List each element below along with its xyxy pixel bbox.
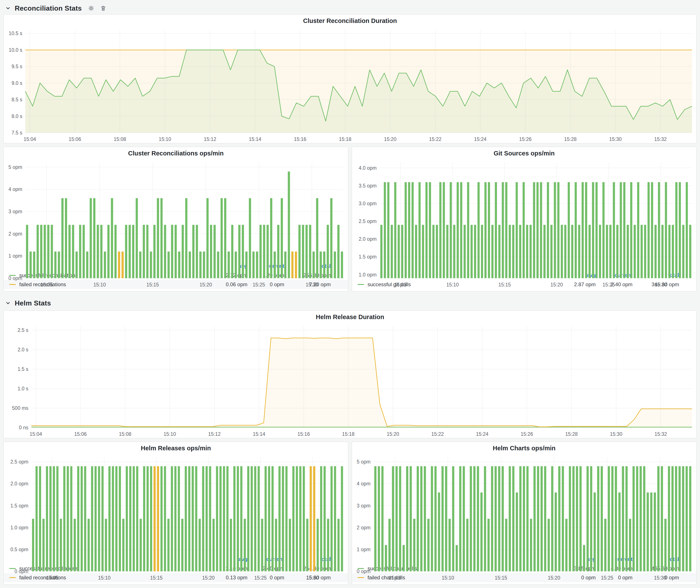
svg-text:15:10: 15:10 bbox=[442, 575, 454, 581]
svg-text:15:14: 15:14 bbox=[253, 431, 265, 437]
panel-title[interactable]: Git Sources ops/min bbox=[352, 147, 696, 160]
svg-text:15:12: 15:12 bbox=[208, 431, 221, 437]
chart-svg[interactable]: 15:0515:1015:1515:2015:2515:305 opm4 opm… bbox=[352, 454, 696, 582]
chart-svg[interactable]: 15:0515:1015:1515:2015:2515:304.0 opm3.5… bbox=[352, 160, 696, 289]
chevron-down-icon[interactable] bbox=[5, 300, 11, 306]
svg-text:15:06: 15:06 bbox=[69, 136, 81, 142]
svg-text:15:30: 15:30 bbox=[609, 136, 622, 142]
svg-text:15:25: 15:25 bbox=[602, 282, 615, 288]
svg-text:3 opm: 3 opm bbox=[357, 503, 371, 509]
helm-releases-chart[interactable]: 15:0515:1015:1515:2015:2515:302.5 opm2.0… bbox=[4, 454, 348, 554]
svg-text:15:05: 15:05 bbox=[46, 575, 58, 581]
svg-text:10.0 s: 10.0 s bbox=[9, 47, 22, 53]
svg-text:9.5 s: 9.5 s bbox=[11, 64, 22, 69]
svg-text:4 opm: 4 opm bbox=[357, 481, 371, 486]
svg-text:15:30: 15:30 bbox=[610, 431, 623, 437]
svg-text:15:20: 15:20 bbox=[200, 282, 212, 288]
panel-helm-release-duration: Helm Release Duration 15:0415:0615:0815:… bbox=[3, 310, 697, 438]
svg-text:0 opm: 0 opm bbox=[15, 569, 28, 574]
svg-text:2.5 s: 2.5 s bbox=[18, 327, 28, 333]
svg-text:15:20: 15:20 bbox=[550, 282, 563, 288]
svg-text:15:25: 15:25 bbox=[254, 575, 267, 581]
svg-text:15:32: 15:32 bbox=[655, 431, 667, 437]
svg-text:3 opm: 3 opm bbox=[8, 209, 22, 214]
svg-text:15:24: 15:24 bbox=[476, 431, 489, 437]
svg-text:15:22: 15:22 bbox=[429, 136, 442, 142]
section-title[interactable]: Helm Stats bbox=[15, 299, 51, 307]
svg-text:15:26: 15:26 bbox=[519, 136, 532, 142]
svg-text:1.5 opm: 1.5 opm bbox=[10, 503, 28, 509]
panel-title[interactable]: Cluster Reconciliation Duration bbox=[4, 15, 696, 27]
section-title[interactable]: Reconciliation Stats bbox=[15, 4, 82, 12]
svg-text:15:05: 15:05 bbox=[40, 282, 53, 288]
svg-text:15:20: 15:20 bbox=[387, 431, 399, 437]
chart-svg[interactable]: 15:0515:1015:1515:2015:2515:302.5 opm2.0… bbox=[4, 454, 348, 582]
svg-text:9.0 s: 9.0 s bbox=[11, 80, 22, 86]
chevron-down-icon[interactable] bbox=[5, 5, 11, 11]
panel-helm-charts-opm: Helm Charts ops/min 15:0515:1015:1515:20… bbox=[352, 442, 697, 585]
svg-text:3.5 opm: 3.5 opm bbox=[359, 183, 377, 189]
svg-text:15:30: 15:30 bbox=[654, 575, 666, 581]
svg-text:2.5 opm: 2.5 opm bbox=[359, 218, 377, 224]
git-sources-chart[interactable]: 15:0515:1015:1515:2015:2515:304.0 opm3.5… bbox=[352, 160, 696, 270]
svg-text:2.0 opm: 2.0 opm bbox=[359, 236, 377, 242]
svg-text:15:20: 15:20 bbox=[548, 575, 560, 581]
svg-text:15:04: 15:04 bbox=[30, 431, 42, 437]
svg-text:15:24: 15:24 bbox=[474, 136, 487, 142]
chart-svg[interactable]: 15:0515:1015:1515:2015:2515:305 opm4 opm… bbox=[4, 160, 348, 289]
svg-text:15:15: 15:15 bbox=[147, 282, 159, 288]
svg-text:15:28: 15:28 bbox=[564, 136, 577, 142]
panel-cluster-reconciliation-duration: Cluster Reconciliation Duration 15:0415:… bbox=[3, 14, 697, 143]
section-header-helm-stats[interactable]: Helm Stats bbox=[5, 297, 697, 309]
trash-icon[interactable] bbox=[100, 5, 106, 11]
svg-text:15:15: 15:15 bbox=[495, 575, 507, 581]
cluster-reconciliations-chart[interactable]: 15:0515:1015:1515:2015:2515:305 opm4 opm… bbox=[4, 160, 348, 261]
svg-text:15:32: 15:32 bbox=[654, 136, 667, 142]
svg-text:15:15: 15:15 bbox=[150, 575, 163, 581]
svg-text:3.0 opm: 3.0 opm bbox=[359, 201, 377, 206]
svg-text:15:14: 15:14 bbox=[249, 136, 261, 142]
svg-text:0 ns: 0 ns bbox=[19, 425, 28, 430]
svg-text:15:25: 15:25 bbox=[601, 575, 613, 581]
svg-text:15:10: 15:10 bbox=[98, 575, 111, 581]
svg-text:1.5 opm: 1.5 opm bbox=[359, 254, 377, 260]
svg-text:1.5 s: 1.5 s bbox=[18, 366, 28, 372]
svg-text:15:28: 15:28 bbox=[565, 431, 578, 437]
panel-title[interactable]: Cluster Reconciliations ops/min bbox=[4, 147, 348, 160]
svg-text:15:05: 15:05 bbox=[389, 575, 401, 581]
chart-svg[interactable]: 15:0415:0615:0815:1015:1215:1415:1615:18… bbox=[4, 27, 696, 143]
svg-text:8.5 s: 8.5 s bbox=[11, 97, 22, 102]
svg-text:15:20: 15:20 bbox=[384, 136, 397, 142]
panel-title[interactable]: Helm Releases ops/min bbox=[4, 442, 348, 454]
svg-text:15:10: 15:10 bbox=[163, 431, 176, 437]
svg-text:1.0 opm: 1.0 opm bbox=[10, 525, 28, 530]
svg-text:2 opm: 2 opm bbox=[357, 525, 371, 530]
svg-text:15:16: 15:16 bbox=[297, 431, 310, 437]
svg-text:15:18: 15:18 bbox=[342, 431, 355, 437]
panel-helm-releases-opm: Helm Releases ops/min 15:0515:1015:1515:… bbox=[3, 442, 348, 585]
svg-text:2.5 opm: 2.5 opm bbox=[10, 459, 28, 465]
panel-title[interactable]: Helm Charts ops/min bbox=[352, 442, 696, 454]
section-header-reconciliation-stats[interactable]: Reconciliation Stats bbox=[5, 2, 697, 14]
svg-text:8.0 s: 8.0 s bbox=[11, 113, 22, 119]
svg-text:1 opm: 1 opm bbox=[8, 253, 22, 259]
svg-text:15:10: 15:10 bbox=[159, 136, 171, 142]
svg-text:0.5 opm: 0.5 opm bbox=[10, 547, 28, 552]
svg-text:5 opm: 5 opm bbox=[357, 459, 371, 465]
svg-text:5 opm: 5 opm bbox=[8, 164, 22, 170]
cluster-reconciliation-duration-chart[interactable]: 15:0415:0615:0815:1015:1215:1415:1615:18… bbox=[4, 27, 696, 143]
svg-text:0 opm: 0 opm bbox=[357, 569, 371, 574]
chart-svg[interactable]: 15:0415:0615:0815:1015:1215:1415:1615:18… bbox=[4, 323, 696, 438]
helm-release-duration-chart[interactable]: 15:0415:0615:0815:1015:1215:1415:1615:18… bbox=[4, 323, 696, 438]
svg-text:15:15: 15:15 bbox=[498, 282, 511, 288]
svg-text:1.0 s: 1.0 s bbox=[18, 386, 28, 391]
helm-charts-chart[interactable]: 15:0515:1015:1515:2015:2515:305 opm4 opm… bbox=[352, 454, 696, 554]
panel-title[interactable]: Helm Release Duration bbox=[4, 311, 696, 323]
svg-text:15:08: 15:08 bbox=[114, 136, 126, 142]
svg-text:2.0 s: 2.0 s bbox=[18, 347, 28, 352]
gear-icon[interactable] bbox=[88, 5, 94, 11]
svg-text:15:30: 15:30 bbox=[655, 282, 667, 288]
svg-text:1 opm: 1 opm bbox=[357, 547, 371, 552]
svg-text:15:06: 15:06 bbox=[74, 431, 87, 437]
svg-text:15:25: 15:25 bbox=[253, 282, 265, 288]
